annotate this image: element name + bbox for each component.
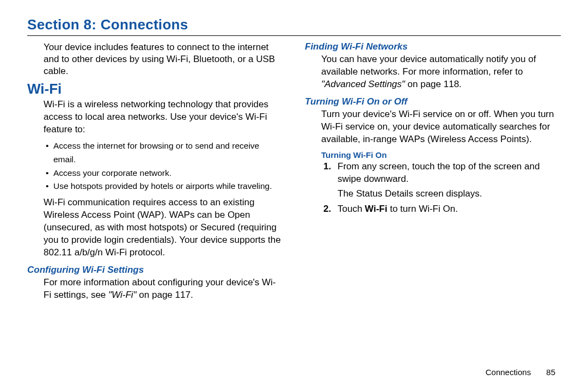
wifi-wap-paragraph: Wi-Fi communication requires access to a…: [44, 197, 283, 259]
text-fragment: You can have your device automatically n…: [321, 54, 536, 77]
cross-reference: "Wi-Fi": [108, 290, 137, 300]
left-column: Your device includes features to connect…: [27, 41, 283, 305]
ui-element-name: Wi-Fi: [365, 204, 387, 214]
content-columns: Your device includes features to connect…: [27, 41, 561, 305]
text-fragment: on page 117.: [137, 290, 193, 300]
text-fragment: on page 118.: [405, 79, 462, 89]
configuring-wifi-heading: Configuring Wi-Fi Settings: [27, 265, 283, 275]
text-fragment: Touch: [338, 204, 365, 214]
divider: [27, 35, 561, 36]
footer-section-name: Connections: [486, 367, 531, 377]
steps-list: From any screen, touch the top of the sc…: [321, 161, 561, 216]
finding-networks-heading: Finding Wi-Fi Networks: [305, 41, 561, 52]
footer-page-number: 85: [546, 367, 555, 377]
step-item: Touch Wi-Fi to turn Wi-Fi On.: [321, 203, 561, 216]
wifi-heading: Wi-Fi: [27, 81, 283, 97]
section-title: Section 8: Connections: [27, 16, 561, 33]
step-text: From any screen, touch the top of the sc…: [338, 161, 540, 184]
turning-wifi-body: Turn your device's Wi-Fi service on or o…: [321, 108, 561, 146]
step-subtext: The Status Details screen displays.: [338, 188, 561, 200]
step-item: From any screen, touch the top of the sc…: [321, 161, 561, 200]
text-fragment: to turn Wi-Fi On.: [387, 204, 457, 214]
list-item: Access your corporate network.: [46, 167, 283, 180]
list-item: Access the internet for browsing or to s…: [46, 139, 283, 167]
configuring-wifi-body: For more information about configuring y…: [44, 277, 283, 302]
wifi-bullet-list: Access the internet for browsing or to s…: [46, 139, 283, 193]
intro-paragraph: Your device includes features to connect…: [44, 41, 283, 77]
list-item: Use hotspots provided by hotels or airpo…: [46, 180, 283, 193]
cross-reference: "Advanced Settings": [321, 79, 405, 89]
right-column: Finding Wi-Fi Networks You can have your…: [305, 41, 561, 305]
wifi-description: Wi-Fi is a wireless networking technolog…: [44, 99, 283, 136]
turning-wifi-on-heading: Turning Wi-Fi On: [321, 150, 561, 160]
turning-wifi-heading: Turning Wi-Fi On or Off: [305, 96, 561, 107]
finding-networks-body: You can have your device automatically n…: [321, 53, 561, 91]
page-footer: Connections 85: [486, 367, 555, 377]
